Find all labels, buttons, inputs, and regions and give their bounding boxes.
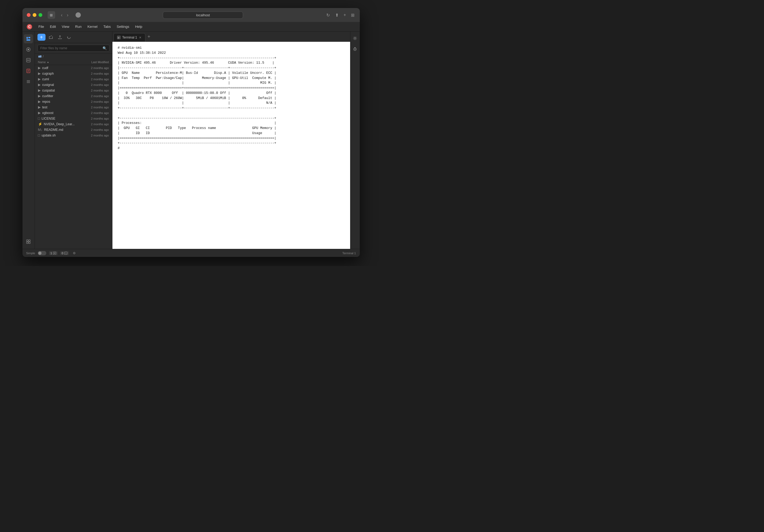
list-item[interactable]: ▶ cugraph 2 months ago: [35, 71, 112, 76]
list-item[interactable]: ▶ repos 2 months ago: [35, 99, 112, 104]
terminal-count-icon: [64, 252, 68, 255]
sidebar-toggle-button[interactable]: ⊞: [48, 11, 55, 19]
statusbar-right: Terminal 1: [342, 252, 356, 255]
terminal-panel: ▶ Terminal 1 × + # nvidia-smi Wed Aug 10…: [112, 32, 350, 249]
list-item[interactable]: ▶ cuspatial 2 months ago: [35, 88, 112, 93]
minimize-button[interactable]: [33, 13, 36, 17]
svg-rect-22: [49, 36, 50, 39]
new-tab-button[interactable]: +: [145, 33, 153, 40]
svg-rect-25: [51, 36, 52, 36]
sidebar-files-icon[interactable]: [24, 34, 33, 43]
reload-button[interactable]: ↻: [325, 12, 331, 19]
terminal-output: # nvidia-smi Wed Aug 10 15:38:14 2022 +-…: [118, 46, 345, 151]
menu-tabs[interactable]: Tabs: [100, 24, 113, 30]
menu-help[interactable]: Help: [132, 24, 145, 30]
new-tab-button[interactable]: +: [342, 12, 347, 18]
statusbar: Simple 1 0 ⚙ Terminal 1: [23, 249, 360, 257]
refresh-button[interactable]: [65, 34, 73, 41]
menu-settings[interactable]: Settings: [114, 24, 132, 30]
search-box: 🔍: [35, 43, 112, 54]
svg-rect-4: [27, 39, 30, 41]
traffic-lights: [27, 13, 42, 17]
list-item[interactable]: □ update.sh 2 months ago: [35, 132, 112, 138]
sidebar-run-icon[interactable]: [24, 45, 33, 54]
svg-rect-18: [29, 240, 30, 242]
settings-icon[interactable]: [350, 34, 359, 43]
menu-run[interactable]: Run: [73, 24, 84, 30]
right-sidebar: [350, 32, 360, 249]
icon-sidebar: [23, 32, 35, 249]
sidebar-notebook-icon[interactable]: [24, 66, 33, 76]
list-item[interactable]: ▶ test 2 months ago: [35, 104, 112, 110]
file-icon: □: [38, 116, 40, 120]
svg-text:C: C: [28, 25, 31, 29]
terminal-tab-icon: ▶: [117, 36, 121, 39]
terminal-tab[interactable]: ▶ Terminal 1 ×: [113, 33, 146, 42]
main-content: +: [23, 32, 360, 249]
grid-button[interactable]: ⊞: [350, 12, 355, 19]
kernel-count-badge: 1: [49, 251, 58, 255]
terminal-count-badge: 0: [60, 251, 69, 255]
app-logo: C: [26, 23, 33, 31]
menubar: C File Edit View Run Kernel Tabs Setting…: [23, 22, 360, 32]
svg-point-35: [54, 253, 55, 254]
list-item[interactable]: ▶ cudf 2 months ago: [35, 65, 112, 71]
sidebar-git-icon[interactable]: [24, 56, 33, 65]
svg-rect-3: [28, 37, 30, 38]
list-item[interactable]: ▶ cusignal 2 months ago: [35, 82, 112, 88]
current-path: /: [35, 54, 112, 60]
file-toolbar: +: [35, 32, 112, 43]
file-list-header: Name ▲ Last Modified: [35, 60, 112, 65]
mode-toggle[interactable]: [38, 251, 46, 255]
folder-icon: ▶: [38, 111, 41, 115]
sidebar-list-icon[interactable]: [24, 77, 33, 86]
terminal-tab-label: Terminal 1: [122, 36, 137, 39]
maximize-button[interactable]: [39, 13, 42, 17]
statusbar-settings-button[interactable]: ⚙: [72, 251, 77, 256]
titlebar-actions: ⬆ + ⊞: [334, 12, 355, 19]
kernel-icon: [53, 252, 56, 255]
folder-icon: ▶: [38, 99, 41, 103]
tab-close-button[interactable]: ×: [139, 36, 142, 39]
search-icon: 🔍: [102, 46, 107, 50]
special-file-icon: ⚡: [38, 122, 42, 126]
svg-rect-23: [49, 39, 53, 39]
close-button[interactable]: [27, 13, 31, 17]
tab-bar: ▶ Terminal 1 × +: [112, 32, 350, 42]
url-bar[interactable]: [163, 12, 243, 19]
terminal-content[interactable]: # nvidia-smi Wed Aug 10 15:38:14 2022 +-…: [112, 42, 350, 249]
status-mode-label: Simple: [26, 252, 35, 255]
list-item[interactable]: ▶ xgboost 2 months ago: [35, 110, 112, 115]
folder-icon: ▶: [38, 105, 41, 109]
menu-file[interactable]: File: [36, 24, 47, 30]
folder-icon: ▶: [38, 77, 41, 81]
svg-rect-2: [27, 37, 28, 39]
active-terminal-label: Terminal 1: [342, 252, 356, 255]
nav-buttons: ‹ ›: [60, 11, 70, 19]
menu-edit[interactable]: Edit: [47, 24, 58, 30]
sidebar-extensions-icon[interactable]: [24, 237, 33, 246]
app-window: ⊞ ‹ › ↻ ⬆ + ⊞ C File Edit View Run Kerne…: [23, 8, 360, 257]
back-button[interactable]: ‹: [60, 11, 64, 19]
folder-icon: ▶: [38, 94, 41, 98]
folder-icon: ▶: [38, 66, 41, 70]
security-icon: [76, 12, 81, 18]
upload-file-button[interactable]: [56, 34, 64, 41]
search-input[interactable]: [38, 45, 109, 52]
list-item[interactable]: ⚡ NVIDIA_Deep_Lear... 2 months ago: [35, 121, 112, 127]
list-item[interactable]: ▶ cuxfilter 2 months ago: [35, 93, 112, 99]
bug-icon[interactable]: [350, 45, 359, 54]
share-button[interactable]: ⬆: [334, 12, 340, 19]
menu-kernel[interactable]: Kernel: [85, 24, 100, 30]
list-item[interactable]: □ LICENSE 2 months ago: [35, 115, 112, 121]
svg-rect-36: [65, 252, 67, 255]
svg-rect-24: [52, 36, 53, 39]
upload-folder-button[interactable]: [47, 34, 55, 41]
new-file-button[interactable]: +: [38, 34, 46, 41]
menu-view[interactable]: View: [59, 24, 72, 30]
forward-button[interactable]: ›: [65, 11, 70, 19]
list-item[interactable]: M↓ README.md 2 months ago: [35, 127, 112, 132]
list-item[interactable]: ▶ cuml 2 months ago: [35, 76, 112, 82]
file-list: ▶ cudf 2 months ago ▶ cugraph 2 months a…: [35, 65, 112, 249]
folder-icon: [38, 55, 42, 58]
